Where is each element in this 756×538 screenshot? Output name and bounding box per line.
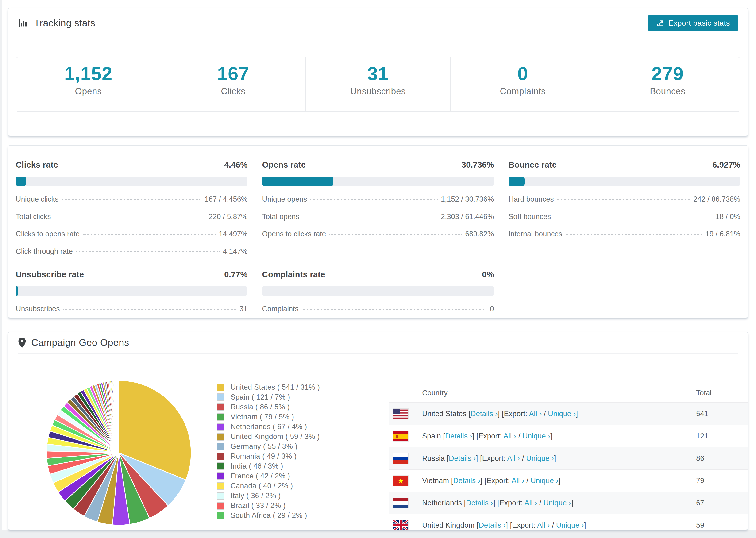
rate-title: Complaints rate (262, 270, 325, 279)
rate-head: Clicks rate4.46% (16, 160, 247, 170)
export-icon (656, 19, 665, 27)
stat-label: Clicks (221, 86, 245, 96)
export-unique-link[interactable]: Unique › (531, 476, 559, 485)
rate-block-unsubscribe-rate: Unsubscribe rate0.77%Unsubscribes31 (16, 270, 247, 313)
pie-slice-other-59[interactable] (119, 381, 119, 453)
total-cell: 79 (696, 476, 748, 485)
legend-item-it: Italy ( 36 / 2% ) (217, 491, 320, 501)
export-unique-link[interactable]: Unique › (556, 521, 584, 529)
tracking-stats-card: Tracking stats Export basic stats 1,152O… (8, 8, 748, 136)
export-all-link[interactable]: All › (537, 521, 550, 529)
campaign-geo-opens-card: Campaign Geo Opens United States ( 541 /… (8, 332, 748, 530)
details-link[interactable]: Details › (453, 476, 480, 485)
details-link[interactable]: Details › (445, 432, 472, 440)
dotted-leader (303, 217, 438, 217)
rate-row: Clicks to opens rate14.497% (16, 230, 247, 238)
legend-item-ca: Canada ( 40 / 2% ) (217, 481, 320, 491)
legend-item-fr: France ( 42 / 2% ) (217, 471, 320, 481)
total-cell: 67 (696, 499, 748, 507)
export-all-link[interactable]: All › (529, 409, 542, 418)
legend-swatch (217, 482, 225, 490)
legend-item-vn: Vietnam ( 79 / 5% ) (217, 412, 320, 422)
legend-label: Brazil ( 33 / 2% ) (231, 501, 286, 510)
rate-row-value: 167 / 4.456% (205, 195, 248, 203)
geo-table-rows: United States [Details ›] [Export: All ›… (389, 402, 748, 530)
export-unique-link[interactable]: Unique › (548, 409, 576, 418)
rate-row-value: 689.82% (465, 230, 494, 238)
rate-row-label: Clicks to opens rate (16, 230, 80, 238)
export-all-link[interactable]: All › (512, 476, 524, 485)
export-all-link[interactable]: All › (524, 499, 537, 507)
rate-progress-track (16, 177, 247, 186)
legend-label: Spain ( 121 / 7% ) (231, 393, 290, 402)
legend-swatch (217, 492, 225, 500)
rate-row-label: Soft bounces (509, 212, 551, 221)
rate-list: Unsubscribes31 (16, 305, 247, 313)
stats-row: 1,152Opens167Clicks31Unsubscribes0Compla… (16, 57, 740, 112)
legend-item-ro: Romania ( 49 / 3% ) (217, 452, 320, 461)
export-unique-link[interactable]: Unique › (544, 499, 571, 507)
legend-swatch (217, 384, 225, 391)
legend-swatch (217, 403, 225, 411)
geo-table-header-country: Country (422, 389, 448, 397)
flag-icon-gb (393, 520, 408, 530)
legend-swatch (217, 512, 225, 519)
legend-item-za: South Africa ( 29 / 2% ) (217, 511, 320, 520)
country-cell: United States [Details ›] [Export: All ›… (422, 409, 578, 418)
legend-label: Italy ( 36 / 2% ) (231, 492, 281, 500)
details-link[interactable]: Details › (466, 499, 493, 507)
flag-icon-us (393, 409, 408, 419)
table-row-us: United States [Details ›] [Export: All ›… (389, 402, 748, 425)
rate-row-value: 31 (240, 305, 247, 313)
legend-item-nl: Netherlands ( 67 / 4% ) (217, 422, 320, 432)
rate-value: 4.46% (224, 160, 247, 170)
export-unique-link[interactable]: Unique › (526, 454, 554, 462)
rate-block-opens-rate: Opens rate30.736%Unique opens1,152 / 30.… (262, 160, 494, 256)
bar-chart-icon (18, 18, 29, 28)
country-name: Spain (422, 432, 443, 440)
legend-label: Russia ( 86 / 5% ) (231, 403, 290, 411)
legend-swatch (217, 423, 225, 431)
legend-swatch (217, 443, 225, 451)
rate-row-value: 0 (490, 305, 494, 313)
rate-row: Unsubscribes31 (16, 305, 247, 313)
rate-head: Complaints rate0% (262, 270, 494, 279)
stat-cell-unsubscribes: 31Unsubscribes (306, 57, 451, 112)
export-unique-link[interactable]: Unique › (522, 432, 550, 440)
details-link[interactable]: Details › (479, 521, 506, 529)
legend-label: India ( 46 / 3% ) (231, 462, 283, 470)
rate-progress-track (16, 286, 247, 296)
export-all-link[interactable]: All › (507, 454, 520, 462)
rate-row: Click through rate4.147% (16, 247, 247, 256)
stat-label: Unsubscribes (350, 86, 406, 96)
stat-cell-opens: 1,152Opens (16, 57, 161, 112)
dotted-leader (557, 199, 690, 200)
legend-item-br: Brazil ( 33 / 2% ) (217, 501, 320, 511)
country-name: Netherlands (422, 499, 464, 507)
export-basic-stats-button[interactable]: Export basic stats (648, 15, 738, 31)
legend-swatch (217, 472, 225, 480)
table-row-es: Spain [Details ›] [Export: All › / Uniqu… (389, 425, 748, 447)
details-link[interactable]: Details › (449, 454, 476, 462)
export-all-link[interactable]: All › (504, 432, 516, 440)
rate-progress-track (262, 286, 494, 296)
legend-label: Vietnam ( 79 / 5% ) (231, 413, 294, 421)
rate-row: Unique opens1,152 / 30.736% (262, 195, 494, 203)
rate-block-clicks-rate: Clicks rate4.46%Unique clicks167 / 4.456… (16, 160, 247, 256)
geo-body: United States ( 541 / 31% )Spain ( 121 /… (8, 354, 748, 521)
legend-label: France ( 42 / 2% ) (231, 472, 290, 480)
total-cell: 121 (696, 432, 748, 440)
details-link[interactable]: Details › (470, 409, 498, 418)
country-name: United States (422, 409, 469, 418)
rate-progress-fill (16, 177, 26, 186)
rate-row: Complaints0 (262, 305, 494, 313)
rate-row: Opens to clicks rate689.82% (262, 230, 494, 238)
flag-icon-ru (393, 453, 408, 463)
geo-table-header: Country Total (389, 384, 748, 402)
rate-value: 30.736% (461, 160, 494, 170)
geo-pie-chart (44, 378, 194, 528)
legend-item-in: India ( 46 / 3% ) (217, 461, 320, 471)
stat-value: 167 (217, 63, 249, 84)
rate-row-label: Complaints (262, 305, 298, 313)
rate-title: Clicks rate (16, 160, 58, 170)
